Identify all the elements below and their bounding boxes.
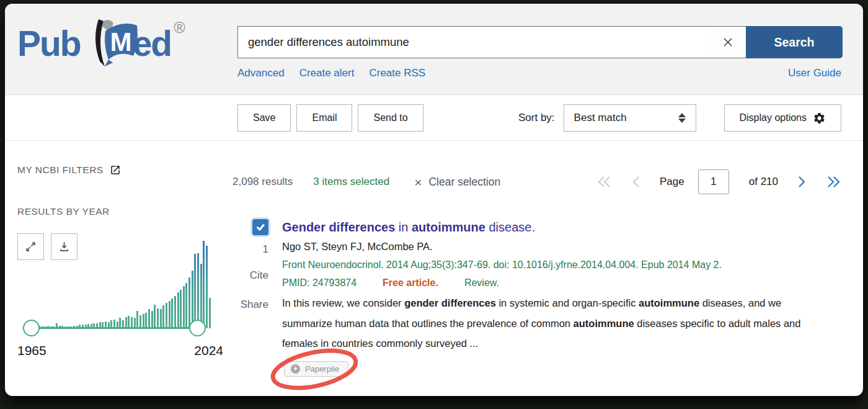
clear-selection-button[interactable]: × Clear selection <box>414 176 500 189</box>
year-bar <box>200 264 202 328</box>
year-bar <box>169 301 170 328</box>
year-bar <box>140 315 141 328</box>
year-bar <box>148 309 150 328</box>
results-count: 2,098 results <box>232 176 293 188</box>
create-alert-link[interactable]: Create alert <box>299 67 355 79</box>
sidebar: MY NCBI FILTERS RESULTS BY YEAR <box>5 141 220 377</box>
year-slider-handle-max[interactable] <box>189 320 206 336</box>
display-options-button[interactable]: Display options <box>724 104 842 132</box>
result-authors: Ngo ST, Steyn FJ, McCombe PA. <box>282 241 841 253</box>
logo-text-ed: ed <box>133 17 172 70</box>
expand-icon <box>25 241 37 253</box>
close-icon: × <box>414 176 422 189</box>
year-slider-track <box>31 327 198 329</box>
download-icon <box>58 241 70 253</box>
sorter-icon <box>678 113 686 123</box>
results-by-year-chart[interactable] <box>17 233 217 338</box>
search-button[interactable]: Search <box>746 26 843 58</box>
result-pmid: PMID: 24793874 <box>282 277 356 289</box>
page-label: Page <box>660 176 684 188</box>
year-bar <box>136 311 138 328</box>
previous-page-button[interactable] <box>631 175 641 189</box>
my-ncbi-filters-title: MY NCBI FILTERS <box>17 164 104 176</box>
result-title-link[interactable]: Gender differences in autoimmune disease… <box>282 219 841 235</box>
expand-chart-button[interactable] <box>17 233 44 260</box>
pubmed-window: Pub M ed ® Search Advanced Cr <box>5 4 863 396</box>
year-bar <box>157 308 159 328</box>
year-min-label: 1965 <box>17 343 46 358</box>
last-page-button[interactable] <box>825 175 841 189</box>
chevron-left-icon <box>631 175 641 189</box>
logo-text-pub: Pub <box>17 17 81 70</box>
create-rss-link[interactable]: Create RSS <box>369 67 425 79</box>
year-bar <box>203 241 205 328</box>
result-snippet: In this review, we consider gender diffe… <box>282 293 810 354</box>
registered-mark: ® <box>174 19 185 37</box>
checkmark-icon <box>255 222 265 232</box>
year-bar <box>166 303 167 328</box>
year-bar <box>145 313 147 328</box>
pagination: Page of 210 <box>596 169 841 194</box>
review-badge: Review. <box>464 277 499 289</box>
download-chart-button[interactable] <box>51 233 78 260</box>
external-link-icon[interactable] <box>110 164 121 176</box>
year-slider-handle-min[interactable] <box>23 320 40 336</box>
first-page-button[interactable] <box>596 175 613 189</box>
results-panel: 2,098 results 3 items selected × Clear s… <box>220 141 863 377</box>
year-bar <box>160 309 162 328</box>
search-links: Advanced Create alert Create RSS <box>237 67 425 79</box>
year-bar <box>177 292 179 328</box>
year-bar <box>197 253 199 328</box>
year-bar <box>206 246 208 328</box>
header: Pub M ed ® Search Advanced Cr <box>5 4 863 95</box>
plus-circle-icon: + <box>291 364 300 374</box>
search-input[interactable] <box>237 26 710 58</box>
year-bar <box>185 283 187 328</box>
paperpile-button[interactable]: + Paperpile <box>284 361 348 377</box>
save-button[interactable]: Save <box>237 104 291 132</box>
advanced-link[interactable]: Advanced <box>237 67 285 79</box>
free-article-badge: Free article. <box>383 277 438 289</box>
sort-select[interactable]: Best match <box>564 104 696 132</box>
clear-selection-label: Clear selection <box>428 176 500 189</box>
clear-search-button[interactable] <box>710 26 746 58</box>
double-chevron-right-icon <box>825 175 841 189</box>
result-number: 1 <box>263 243 268 256</box>
pubmed-logo[interactable]: Pub M ed ® <box>17 17 185 71</box>
cite-button[interactable]: Cite <box>250 269 268 282</box>
double-chevron-left-icon <box>596 175 613 189</box>
user-guide-link[interactable]: User Guide <box>788 67 841 79</box>
year-bar <box>171 299 173 328</box>
page-number-input[interactable] <box>698 169 729 194</box>
paperpile-label: Paperpile <box>305 364 339 374</box>
gear-icon <box>813 112 826 125</box>
year-bar <box>174 296 176 328</box>
action-buttons: Save Email Send to <box>237 104 423 132</box>
chevron-right-icon <box>797 175 807 189</box>
year-bar <box>162 305 164 328</box>
email-button[interactable]: Email <box>296 104 352 132</box>
year-bar <box>151 311 153 328</box>
close-icon <box>722 36 734 48</box>
search-bar: Search <box>237 26 843 58</box>
result-citation: Front Neuroendocrinol. 2014 Aug;35(3):34… <box>282 259 841 271</box>
items-selected[interactable]: 3 items selected <box>313 176 389 188</box>
year-bar <box>188 277 190 328</box>
open-book-icon: M <box>79 17 139 71</box>
result-checkbox[interactable] <box>252 219 268 235</box>
display-options-label: Display options <box>740 112 807 124</box>
share-button[interactable]: Share <box>241 299 268 311</box>
sort-value: Best match <box>574 112 627 124</box>
send-to-button[interactable]: Send to <box>358 104 423 132</box>
sort-by-label: Sort by: <box>518 112 555 124</box>
toolbar: Save Email Send to Sort by: Best match D… <box>5 95 863 141</box>
of-pages-label: of 210 <box>749 176 778 188</box>
year-bar <box>194 254 196 328</box>
next-page-button[interactable] <box>797 175 807 189</box>
year-bar <box>183 286 185 328</box>
year-bar <box>180 290 182 328</box>
year-max-label: 2024 <box>194 343 223 358</box>
search-result-item: 1 Cite Share Gender differences in autoi… <box>232 219 841 377</box>
results-by-year-title: RESULTS BY YEAR <box>17 206 110 217</box>
svg-text:M: M <box>110 27 131 56</box>
